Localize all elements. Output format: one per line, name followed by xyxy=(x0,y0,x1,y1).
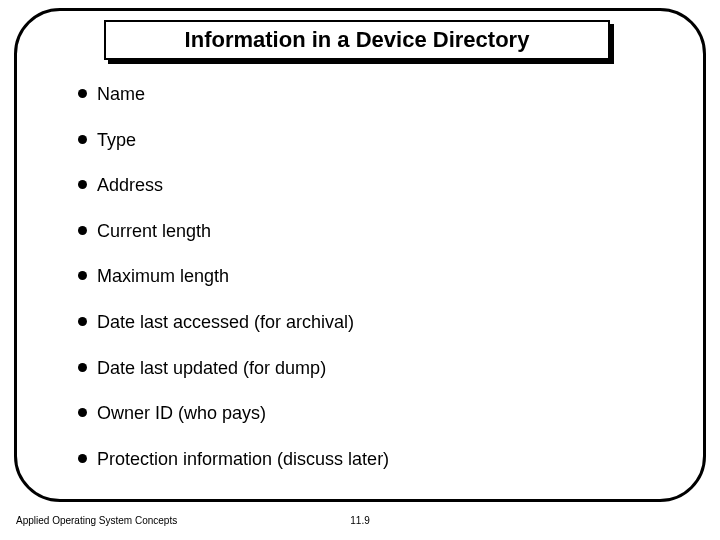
bullet-text: Protection information (discuss later) xyxy=(97,449,389,471)
bullet-text: Owner ID (who pays) xyxy=(97,403,266,425)
list-item: Name xyxy=(78,84,638,106)
bullet-list: Name Type Address Current length Maximum… xyxy=(78,84,638,494)
bullet-icon xyxy=(78,180,87,189)
list-item: Address xyxy=(78,175,638,197)
bullet-icon xyxy=(78,408,87,417)
bullet-icon xyxy=(78,271,87,280)
bullet-icon xyxy=(78,363,87,372)
bullet-text: Date last updated (for dump) xyxy=(97,358,326,380)
list-item: Type xyxy=(78,130,638,152)
list-item: Date last accessed (for archival) xyxy=(78,312,638,334)
bullet-text: Maximum length xyxy=(97,266,229,288)
list-item: Maximum length xyxy=(78,266,638,288)
list-item: Protection information (discuss later) xyxy=(78,449,638,471)
list-item: Date last updated (for dump) xyxy=(78,358,638,380)
bullet-text: Date last accessed (for archival) xyxy=(97,312,354,334)
bullet-text: Type xyxy=(97,130,136,152)
bullet-icon xyxy=(78,317,87,326)
footer-page-number: 11.9 xyxy=(0,515,720,526)
bullet-icon xyxy=(78,89,87,98)
list-item: Current length xyxy=(78,221,638,243)
slide-title: Information in a Device Directory xyxy=(185,27,530,53)
bullet-icon xyxy=(78,454,87,463)
bullet-text: Address xyxy=(97,175,163,197)
bullet-icon xyxy=(78,226,87,235)
bullet-icon xyxy=(78,135,87,144)
title-box: Information in a Device Directory xyxy=(104,20,610,60)
bullet-text: Name xyxy=(97,84,145,106)
list-item: Owner ID (who pays) xyxy=(78,403,638,425)
bullet-text: Current length xyxy=(97,221,211,243)
